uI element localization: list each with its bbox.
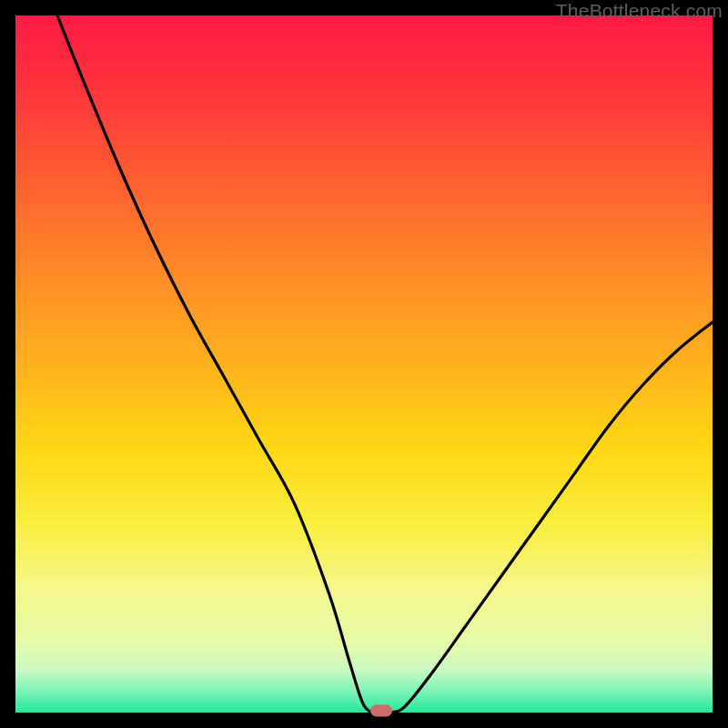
optimal-point-marker: [370, 705, 392, 717]
plot-area: [15, 15, 713, 713]
watermark-text: TheBottleneck.com: [556, 0, 723, 22]
chart-frame: TheBottleneck.com: [0, 0, 728, 728]
bottleneck-curve: [15, 15, 713, 713]
